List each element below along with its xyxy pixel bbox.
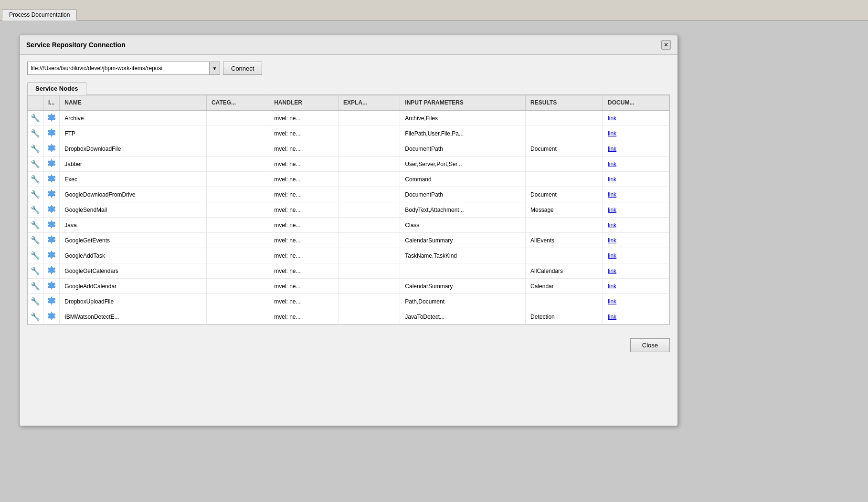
url-input-wrap: ▼ <box>27 62 220 75</box>
cell-documentation[interactable]: link <box>603 279 669 294</box>
url-dropdown-button[interactable]: ▼ <box>209 62 220 74</box>
cell-handler: mvel: ne... <box>269 172 339 187</box>
doc-link[interactable]: link <box>608 222 616 229</box>
cell-input-params: TaskName,TaskKind <box>400 248 526 263</box>
cell-input-params: BodyText,Attachment... <box>400 202 526 218</box>
cell-results <box>526 126 603 141</box>
cell-results <box>526 110 603 126</box>
cell-explanation <box>339 233 400 248</box>
table-row: 🔧 GoogleDownloadFromDrivemvel: ne...Docu… <box>28 187 669 202</box>
cell-documentation[interactable]: link <box>603 218 669 233</box>
inner-tab-bar: Service Nodes <box>27 82 670 95</box>
table-row: 🔧 Javamvel: ne...Classlink <box>28 218 669 233</box>
wrench-icon-cell: 🔧 <box>28 279 43 294</box>
doc-link[interactable]: link <box>608 146 616 152</box>
cell-documentation[interactable]: link <box>603 110 669 126</box>
doc-link[interactable]: link <box>608 207 616 213</box>
url-input[interactable] <box>28 64 209 73</box>
table-row: 🔧 DropboxUploadFilemvel: ne...Path,Docum… <box>28 294 669 309</box>
cell-results: Calendar <box>526 279 603 294</box>
cell-documentation[interactable]: link <box>603 248 669 263</box>
cell-documentation[interactable]: link <box>603 202 669 218</box>
cell-category <box>206 110 269 126</box>
process-documentation-tab[interactable]: Process Documentation <box>2 9 77 21</box>
doc-link[interactable]: link <box>608 237 616 244</box>
cell-documentation[interactable]: link <box>603 157 669 172</box>
close-button[interactable]: Close <box>630 338 670 352</box>
close-x-icon: ✕ <box>664 42 668 48</box>
cell-name: Jabber <box>60 157 207 172</box>
gear-icon-cell <box>43 279 60 294</box>
doc-link[interactable]: link <box>608 314 616 320</box>
tab-service-nodes[interactable]: Service Nodes <box>27 82 86 95</box>
cell-documentation[interactable]: link <box>603 309 669 324</box>
cell-category <box>206 202 269 218</box>
cell-handler: mvel: ne... <box>269 309 339 324</box>
cell-input-params: FilePath,User,File,Pa... <box>400 126 526 141</box>
wrench-icon: 🔧 <box>31 175 40 183</box>
cell-explanation <box>339 294 400 309</box>
cell-results <box>526 218 603 233</box>
connect-label: Connect <box>231 65 254 72</box>
cell-documentation[interactable]: link <box>603 172 669 187</box>
cell-documentation[interactable]: link <box>603 187 669 202</box>
doc-link[interactable]: link <box>608 191 616 198</box>
close-dialog-button[interactable]: ✕ <box>661 40 671 50</box>
cell-explanation <box>339 157 400 172</box>
cell-category <box>206 157 269 172</box>
wrench-icon-cell: 🔧 <box>28 141 43 157</box>
cell-name: IBMWatsonDetectE... <box>60 309 207 324</box>
doc-link[interactable]: link <box>608 298 616 305</box>
cell-input-params: Archive,Files <box>400 110 526 126</box>
cell-name: Java <box>60 218 207 233</box>
cell-documentation[interactable]: link <box>603 263 669 279</box>
cell-explanation <box>339 141 400 157</box>
gear-icon <box>47 174 56 183</box>
wrench-icon-cell: 🔧 <box>28 187 43 202</box>
tab-label: Process Documentation <box>9 11 70 18</box>
cell-documentation[interactable]: link <box>603 126 669 141</box>
table-row: 🔧 GoogleAddCalendarmvel: ne...CalendarSu… <box>28 279 669 294</box>
cell-category <box>206 279 269 294</box>
cell-name: Exec <box>60 172 207 187</box>
cell-name: GoogleDownloadFromDrive <box>60 187 207 202</box>
cell-documentation[interactable]: link <box>603 294 669 309</box>
cell-input-params: DocumentPath <box>400 141 526 157</box>
cell-category <box>206 294 269 309</box>
cell-handler: mvel: ne... <box>269 141 339 157</box>
gear-icon-cell <box>43 294 60 309</box>
cell-explanation <box>339 187 400 202</box>
wrench-icon-cell: 🔧 <box>28 172 43 187</box>
cell-documentation[interactable]: link <box>603 233 669 248</box>
gear-icon-cell <box>43 187 60 202</box>
cell-documentation[interactable]: link <box>603 141 669 157</box>
dialog-title: Service Repository Connection <box>26 41 126 49</box>
cell-explanation <box>339 263 400 279</box>
wrench-icon: 🔧 <box>31 206 40 214</box>
doc-link[interactable]: link <box>608 161 616 167</box>
doc-link[interactable]: link <box>608 252 616 259</box>
wrench-icon-cell: 🔧 <box>28 218 43 233</box>
cell-name: DropboxUploadFile <box>60 294 207 309</box>
wrench-icon: 🔧 <box>31 282 40 290</box>
wrench-icon: 🔧 <box>31 129 40 137</box>
wrench-icon-cell: 🔧 <box>28 126 43 141</box>
table-row: 🔧 Execmvel: ne...Commandlink <box>28 172 669 187</box>
cell-category <box>206 233 269 248</box>
wrench-icon: 🔧 <box>31 145 40 153</box>
doc-link[interactable]: link <box>608 283 616 290</box>
cell-input-params: Path,Document <box>400 294 526 309</box>
cell-category <box>206 172 269 187</box>
doc-link[interactable]: link <box>608 176 616 183</box>
table-row: 🔧 GoogleAddTaskmvel: ne...TaskName,TaskK… <box>28 248 669 263</box>
doc-link[interactable]: link <box>608 115 616 122</box>
gear-icon <box>47 281 56 290</box>
cell-results: Document <box>526 187 603 202</box>
doc-link[interactable]: link <box>608 268 616 274</box>
doc-link[interactable]: link <box>608 130 616 137</box>
connect-button[interactable]: Connect <box>223 62 262 75</box>
cell-input-params: CalendarSummary <box>400 279 526 294</box>
cell-category <box>206 263 269 279</box>
close-label: Close <box>642 342 658 349</box>
table-row: 🔧 FTPmvel: ne...FilePath,User,File,Pa...… <box>28 126 669 141</box>
